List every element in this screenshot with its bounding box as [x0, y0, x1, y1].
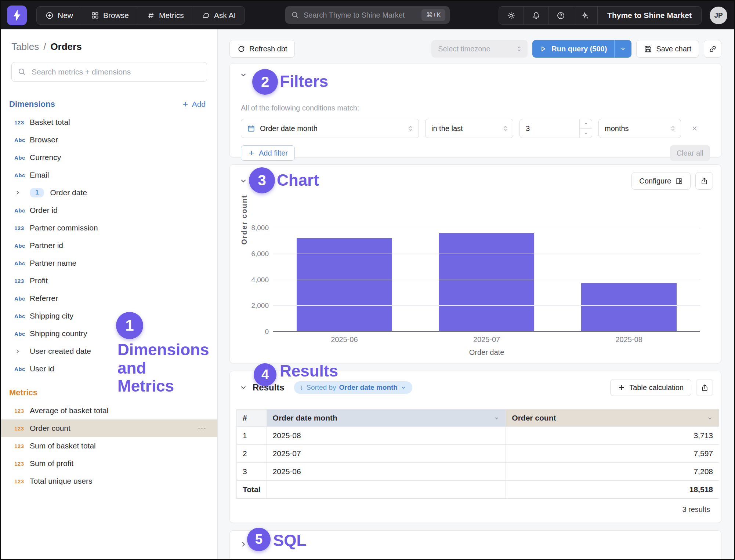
sidebar-item-shipping-city[interactable]: AbcShipping city — [1, 307, 217, 325]
bar-2025-08[interactable] — [581, 283, 677, 331]
global-search-input[interactable] — [304, 11, 421, 19]
nav-metrics-button[interactable]: Metrics — [138, 7, 193, 24]
chevron-down-icon — [239, 383, 247, 392]
sidebar-item-order-id[interactable]: AbcOrder id — [1, 201, 217, 219]
chart-collapse-button[interactable] — [239, 177, 247, 185]
item-label: Order id — [30, 206, 207, 215]
share-icon — [701, 384, 709, 392]
add-dimension-button[interactable]: Add — [182, 100, 206, 109]
column-header-index[interactable]: # — [237, 410, 267, 427]
help-button[interactable] — [548, 7, 573, 25]
fields-search-box[interactable] — [11, 62, 207, 82]
global-search-bar[interactable]: ⌘+K — [285, 6, 450, 24]
filter-field-select[interactable]: Order date month — [241, 119, 419, 138]
filters-condition-text: All of the following conditions match: — [241, 104, 721, 112]
org-switcher[interactable]: Thyme to Shine Market — [597, 7, 701, 24]
sidebar-item-partner-id[interactable]: AbcPartner id — [1, 237, 217, 254]
sidebar-item-partner-name[interactable]: AbcPartner name — [1, 254, 217, 272]
item-menu-icon[interactable]: ⋯ — [198, 423, 207, 433]
chevron-down-icon — [493, 415, 500, 421]
bar-2025-06[interactable] — [297, 238, 392, 331]
table-row: 22025-077,597 — [237, 445, 719, 463]
refresh-dbt-label: Refresh dbt — [249, 45, 287, 53]
user-avatar[interactable]: JP — [710, 7, 727, 24]
export-results-button[interactable] — [696, 379, 713, 396]
remove-filter-button[interactable] — [687, 121, 702, 136]
sidebar-item-email[interactable]: AbcEmail — [1, 166, 217, 184]
text-type-icon: Abc — [14, 207, 30, 214]
item-label: Basket total — [30, 118, 207, 127]
item-label: Partner commission — [30, 223, 207, 232]
sidebar-item-browser[interactable]: AbcBrowser — [1, 131, 217, 149]
row-index-cell: 1 — [237, 427, 267, 445]
search-icon — [18, 68, 26, 76]
select-chevrons-icon — [516, 46, 522, 52]
breadcrumb-tables-link[interactable]: Tables — [11, 41, 39, 52]
dimensions-header: Dimensions Add — [1, 99, 217, 109]
y-tick-label: 4,000 — [251, 276, 269, 284]
bar-chart: Order count 02,0004,0006,0008,000 2025-0… — [230, 190, 721, 357]
save-chart-button[interactable]: Save chart — [636, 40, 699, 58]
refresh-dbt-button[interactable]: Refresh dbt — [229, 40, 295, 58]
nav-browse-button[interactable]: Browse — [82, 7, 138, 24]
sidebar-item-total-unique-users[interactable]: 123Total unique users — [1, 472, 217, 490]
sidebar-item-sum-of-profit[interactable]: 123Sum of profit — [1, 455, 217, 472]
filter-unit-select[interactable]: months — [598, 119, 681, 138]
results-collapse-button[interactable] — [239, 383, 247, 392]
column-header-order-count[interactable]: Order count — [506, 410, 719, 427]
y-tick-label: 2,000 — [251, 302, 269, 310]
timezone-select[interactable]: Select timezone — [431, 40, 528, 58]
sidebar-item-currency[interactable]: AbcCurrency — [1, 149, 217, 166]
filters-collapse-button[interactable] — [239, 71, 247, 79]
sidebar-item-basket-total[interactable]: 123Basket total — [1, 113, 217, 131]
table-calculation-button[interactable]: Table calculation — [610, 379, 691, 396]
main-panel: Refresh dbt Select timezone Run query (5… — [218, 29, 734, 560]
run-query-main[interactable]: Run query (500) — [532, 40, 614, 58]
column-label: Order count — [512, 414, 556, 422]
clear-all-label: Clear all — [677, 149, 703, 157]
add-filter-label: Add filter — [259, 149, 288, 157]
filter-value-input[interactable]: 3 — [519, 119, 592, 138]
notifications-button[interactable] — [524, 7, 548, 25]
share-link-button[interactable] — [704, 40, 721, 58]
text-type-icon: Abc — [14, 243, 30, 249]
export-chart-button[interactable] — [695, 172, 713, 190]
nav-ask-ai-button[interactable]: Ask AI — [193, 7, 245, 24]
nav-new-button[interactable]: New — [37, 7, 82, 24]
add-label: Add — [192, 100, 206, 109]
sidebar-item-shipping-country[interactable]: AbcShipping country — [1, 325, 217, 342]
stepper-down-button[interactable] — [580, 129, 592, 138]
sql-expand-button[interactable] — [239, 540, 247, 548]
chevron-down-icon — [401, 385, 406, 390]
settings-button[interactable] — [499, 7, 524, 25]
sidebar-item-referrer[interactable]: AbcReferrer — [1, 290, 217, 307]
column-label: Order date month — [273, 414, 337, 422]
clear-all-button[interactable]: Clear all — [670, 145, 710, 161]
add-filter-button[interactable]: Add filter — [241, 145, 295, 161]
ai-sparkles-button[interactable] — [573, 7, 597, 25]
annotation-circle-3: 3 — [249, 167, 275, 193]
sidebar-item-profit[interactable]: 123Profit — [1, 272, 217, 290]
sorted-by-pill[interactable]: ↓ Sorted by Order date month — [294, 381, 412, 394]
filter-operator-select[interactable]: in the last — [425, 119, 513, 138]
sidebar-item-sum-of-basket-total[interactable]: 123Sum of basket total — [1, 437, 217, 455]
text-type-icon: Abc — [14, 260, 30, 266]
number-type-icon: 123 — [14, 461, 30, 467]
sidebar-item-partner-commission[interactable]: 123Partner commission — [1, 219, 217, 237]
sidebar-item-user-id[interactable]: AbcUser id — [1, 360, 217, 378]
app-logo[interactable] — [7, 6, 27, 25]
stepper-up-button[interactable] — [580, 119, 592, 129]
run-query-dropdown[interactable] — [614, 40, 631, 58]
configure-button[interactable]: Configure — [631, 172, 691, 190]
sidebar-item-order-date[interactable]: 1Order date — [1, 184, 217, 201]
bar-2025-07[interactable] — [439, 233, 535, 331]
annotation-circle-1: 1 — [116, 312, 143, 339]
sidebar-item-average-of-basket-total[interactable]: 123Average of basket total — [1, 402, 217, 419]
column-header-order-date-month[interactable]: Order date month — [267, 410, 506, 427]
sidebar-item-order-count[interactable]: 123Order count⋯ — [1, 419, 217, 437]
fields-search-input[interactable] — [32, 68, 201, 76]
total-date-cell — [267, 481, 506, 499]
chevron-right-icon — [14, 189, 30, 196]
run-query-button[interactable]: Run query (500) — [532, 40, 631, 58]
y-tick-label: 0 — [265, 328, 269, 336]
